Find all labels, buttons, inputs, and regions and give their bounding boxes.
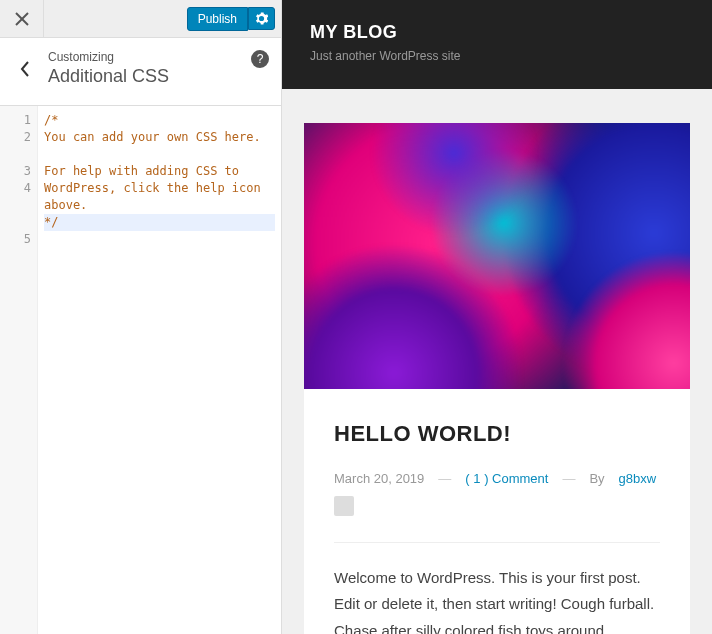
comments-link[interactable]: ( 1 ) Comment: [465, 471, 548, 486]
featured-image[interactable]: [304, 123, 690, 389]
site-preview: MY BLOG Just another WordPress site HELL…: [282, 0, 712, 634]
line-number: 5: [0, 231, 31, 248]
avatar[interactable]: [334, 496, 354, 516]
line-number-wrap: [0, 197, 31, 231]
code-area[interactable]: /* You can add your own CSS here. For he…: [38, 106, 281, 634]
chevron-left-icon: [19, 61, 31, 77]
code-line: For help with adding CSS to WordPress, c…: [44, 163, 275, 214]
code-line: You can add your own CSS here.: [44, 129, 275, 146]
site-tagline: Just another WordPress site: [310, 49, 684, 63]
panel-title: Additional CSS: [48, 66, 267, 87]
line-number: 3: [0, 163, 31, 180]
back-button[interactable]: [14, 61, 36, 77]
site-header: MY BLOG Just another WordPress site: [282, 0, 712, 89]
line-number: 2: [0, 129, 31, 146]
panel-header: Customizing Additional CSS ?: [0, 38, 281, 106]
customizer-sidebar: Publish Customizing Additional CSS ? 1 2…: [0, 0, 282, 634]
post-meta: March 20, 2019 — ( 1 ) Comment — By g8bx…: [334, 471, 660, 486]
app-root: Publish Customizing Additional CSS ? 1 2…: [0, 0, 712, 634]
by-label: By: [589, 471, 604, 486]
line-number-blank: [0, 146, 31, 163]
code-line: /*: [44, 112, 275, 129]
publish-button[interactable]: Publish: [187, 7, 248, 31]
site-title[interactable]: MY BLOG: [310, 22, 684, 43]
css-editor[interactable]: 1 2 3 4 5 /* You can add your own CSS he…: [0, 106, 281, 634]
avatar-row: [334, 496, 660, 516]
divider: [334, 542, 660, 543]
code-line-active: */: [44, 214, 275, 231]
post-card: HELLO WORLD! March 20, 2019 — ( 1 ) Comm…: [304, 123, 690, 634]
post-date: March 20, 2019: [334, 471, 424, 486]
top-bar: Publish: [0, 0, 281, 38]
panel-titles: Customizing Additional CSS: [48, 50, 267, 87]
author-link[interactable]: g8bxw: [619, 471, 657, 486]
close-button[interactable]: [0, 0, 44, 37]
spacer: [44, 0, 187, 37]
top-actions: Publish: [187, 0, 281, 37]
post-title[interactable]: HELLO WORLD!: [334, 421, 660, 447]
meta-separator: —: [562, 471, 575, 486]
close-icon: [15, 12, 29, 26]
gutter: 1 2 3 4 5: [0, 106, 38, 634]
gear-icon: [255, 12, 268, 25]
line-number: 1: [0, 112, 31, 129]
post-body: HELLO WORLD! March 20, 2019 — ( 1 ) Comm…: [304, 389, 690, 634]
line-number: 4: [0, 180, 31, 197]
code-line: [44, 146, 275, 163]
help-button[interactable]: ?: [251, 50, 269, 68]
content-area: HELLO WORLD! March 20, 2019 — ( 1 ) Comm…: [282, 89, 712, 634]
post-excerpt: Welcome to WordPress. This is your first…: [334, 565, 660, 634]
publish-settings-button[interactable]: [248, 7, 275, 30]
panel-subtitle: Customizing: [48, 50, 267, 64]
meta-separator: —: [438, 471, 451, 486]
